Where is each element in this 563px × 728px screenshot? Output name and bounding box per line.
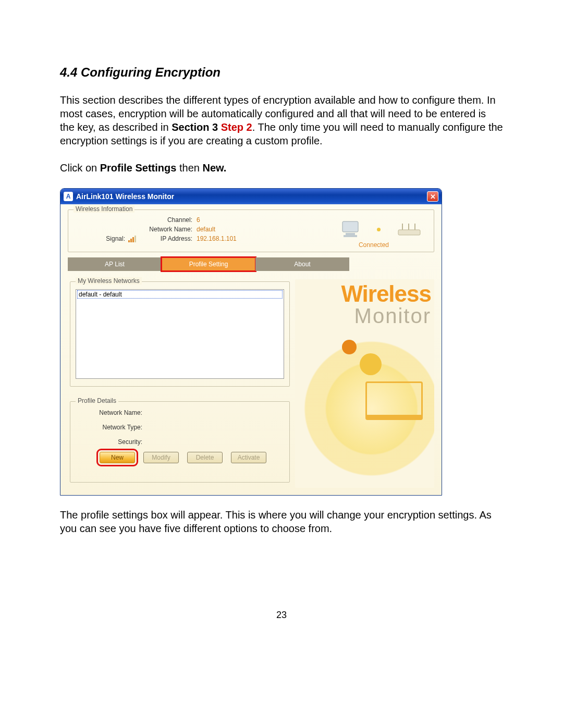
tabs-spacer: [349, 257, 434, 271]
channel-label: Channel:: [136, 216, 197, 224]
window-title: AirLink101 Wireless Monitor: [76, 192, 427, 201]
laptop-icon: [365, 381, 423, 420]
paragraph-3: The profile settings box will appear. Th…: [60, 508, 503, 535]
channel-value: 6: [197, 216, 280, 224]
svg-rect-1: [346, 233, 355, 235]
titlebar[interactable]: A AirLink101 Wireless Monitor ✕: [60, 189, 442, 204]
window-client-area: Wireless Information Signal: Channel: 6 …: [60, 204, 442, 495]
detail-security-label: Security:: [79, 438, 146, 446]
close-button[interactable]: ✕: [427, 191, 438, 202]
signal-label: Signal:: [106, 235, 125, 242]
brand-word-1: Wireless: [341, 282, 431, 305]
computer-icon: [340, 220, 360, 238]
activate-button[interactable]: Activate: [231, 452, 266, 463]
app-window: A AirLink101 Wireless Monitor ✕ Wireless…: [60, 188, 442, 496]
app-icon: A: [64, 192, 73, 201]
wireless-info-group: Wireless Information Signal: Channel: 6 …: [68, 209, 434, 252]
profile-list-item[interactable]: default - default: [77, 290, 283, 299]
profile-details-legend: Profile Details: [76, 397, 118, 404]
para2-a: Click on: [60, 162, 100, 174]
svg-rect-0: [342, 221, 358, 232]
profile-details-group: Profile Details Network Name: Network Ty…: [70, 401, 290, 483]
router-icon: [397, 223, 421, 236]
paragraph-2: Click on Profile Settings then New.: [60, 161, 503, 175]
brand-panel: Wireless Monitor: [295, 279, 434, 488]
para2-c: then: [176, 162, 202, 174]
page-number: 23: [276, 610, 287, 621]
para2-d: New.: [202, 162, 226, 174]
profiles-listbox[interactable]: default - default: [76, 289, 284, 379]
para1-section-ref: Section 3: [172, 121, 221, 133]
network-name-value: default: [197, 226, 280, 233]
svg-rect-2: [344, 235, 357, 237]
wireless-info-legend: Wireless Information: [74, 205, 134, 213]
para1-step-ref: Step 2: [221, 121, 252, 133]
my-networks-group: My Wireless Networks default - default: [70, 281, 290, 387]
modify-button[interactable]: Modify: [143, 452, 179, 463]
section-title: 4.4 Configuring Encryption: [60, 65, 503, 80]
my-networks-legend: My Wireless Networks: [76, 277, 142, 285]
para2-b: Profile Settings: [100, 162, 177, 174]
signal-bars-icon: [128, 235, 136, 242]
paragraph-1: This section describes the different typ…: [60, 93, 503, 147]
tab-about[interactable]: About: [255, 257, 349, 271]
svg-rect-3: [398, 230, 420, 235]
tabs-bar: AP List Profile Setting About: [68, 257, 434, 271]
detail-network-name-label: Network Name:: [79, 409, 146, 416]
connected-status: Connected: [359, 241, 389, 249]
connection-dots-icon: [377, 228, 381, 231]
delete-button[interactable]: Delete: [187, 452, 223, 463]
new-button[interactable]: New: [100, 452, 135, 463]
network-name-label: Network Name:: [136, 226, 197, 233]
close-icon: ✕: [430, 193, 436, 201]
detail-network-type-label: Network Type:: [79, 424, 146, 431]
ip-address-value: 192.168.1.101: [197, 235, 280, 242]
tab-profile-setting[interactable]: Profile Setting: [162, 257, 255, 271]
brand-word-2: Monitor: [341, 305, 431, 326]
ip-address-label: IP Address:: [136, 235, 197, 242]
decor-orb-large: [360, 353, 382, 375]
tab-ap-list[interactable]: AP List: [68, 257, 162, 271]
decor-orb-small: [342, 340, 357, 354]
